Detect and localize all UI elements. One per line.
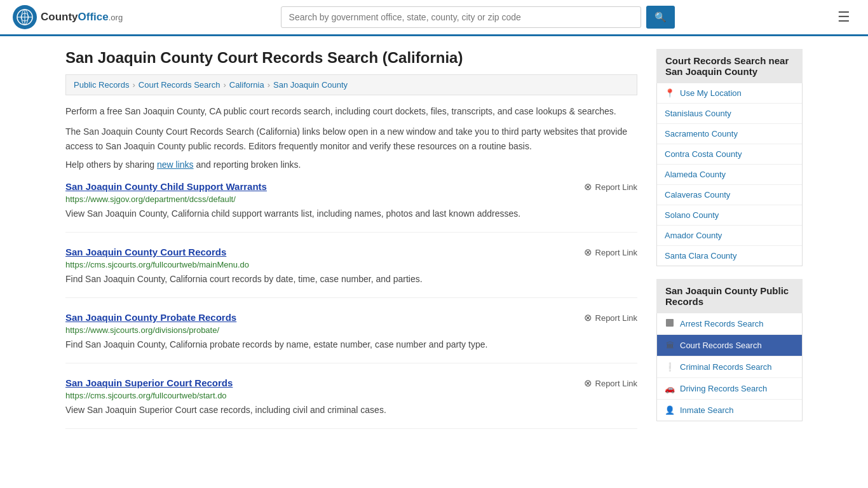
use-location-label: Use My Location — [680, 88, 742, 98]
public-records-header: San Joaquin County Public Records — [656, 279, 803, 313]
solano-item[interactable]: Solano County — [657, 205, 802, 226]
report-icon-2: ⊗ — [584, 312, 592, 323]
search-input[interactable] — [281, 6, 641, 28]
calaveras-item[interactable]: Calaveras County — [657, 185, 802, 205]
breadcrumb-public-records[interactable]: Public Records — [74, 80, 129, 90]
public-records-list: Arrest Records Search 🏛 Court Records Se… — [656, 313, 803, 421]
breadcrumb-san-joaquin[interactable]: San Joaquin County — [273, 80, 348, 90]
nearby-counties-list: 📍 Use My Location Stanislaus County Sacr… — [656, 83, 803, 266]
record-title-row-0: San Joaquin County Child Support Warrant… — [65, 181, 637, 193]
amador-item[interactable]: Amador County — [657, 226, 802, 246]
record-entry-3: San Joaquin Superior Court Records ⊗ Rep… — [65, 377, 637, 429]
inmate-search-item[interactable]: 👤 Inmate Search — [657, 400, 802, 421]
record-title-link-0[interactable]: San Joaquin County Child Support Warrant… — [65, 181, 267, 192]
search-area: 🔍 — [281, 6, 675, 29]
court-icon: 🏛 — [665, 341, 675, 350]
driving-icon: 🚗 — [665, 384, 675, 393]
record-url-0: https://www.sjgov.org/department/dcss/de… — [65, 194, 637, 204]
hamburger-icon: ☰ — [837, 9, 850, 25]
logo[interactable]: CountyOffice.org — [13, 5, 123, 29]
solano-link[interactable]: Solano County — [657, 205, 802, 225]
record-title-row-3: San Joaquin Superior Court Records ⊗ Rep… — [65, 377, 637, 389]
arrest-records-item[interactable]: Arrest Records Search — [657, 313, 802, 335]
breadcrumb: Public Records › Court Records Search › … — [65, 74, 637, 95]
record-title-link-3[interactable]: San Joaquin Superior Court Records — [65, 377, 233, 388]
driving-records-item[interactable]: 🚗 Driving Records Search — [657, 378, 802, 400]
logo-text: CountyOffice.org — [41, 11, 123, 24]
record-desc-3: View San Joaquin Superior Court case rec… — [65, 403, 637, 417]
arrest-records-link[interactable]: Arrest Records Search — [657, 313, 802, 334]
nearby-section: Court Records Search near San Joaquin Co… — [656, 49, 803, 266]
report-label-0: Report Link — [595, 182, 637, 192]
main-wrapper: San Joaquin County Court Records Search … — [53, 36, 815, 456]
record-desc-2: Find San Joaquin County, California prob… — [65, 338, 637, 351]
alameda-link[interactable]: Alameda County — [657, 165, 802, 184]
report-link-btn-1[interactable]: ⊗ Report Link — [584, 247, 637, 258]
record-title-row-1: San Joaquin County Court Records ⊗ Repor… — [65, 247, 637, 258]
breadcrumb-sep-3: › — [268, 80, 270, 90]
report-icon-3: ⊗ — [584, 377, 592, 389]
record-url-2: https://www.sjcourts.org/divisions/proba… — [65, 325, 637, 335]
arrest-icon — [665, 319, 675, 329]
inmate-icon: 👤 — [665, 405, 675, 415]
sharing-after: and reporting broken links. — [194, 159, 301, 170]
report-icon-0: ⊗ — [584, 181, 592, 193]
contra-costa-link[interactable]: Contra Costa County — [657, 144, 802, 164]
new-links-link[interactable]: new links — [157, 159, 194, 170]
breadcrumb-california[interactable]: California — [229, 80, 264, 90]
report-link-btn-2[interactable]: ⊗ Report Link — [584, 312, 637, 323]
driving-records-link[interactable]: 🚗 Driving Records Search — [657, 378, 802, 399]
calaveras-link[interactable]: Calaveras County — [657, 185, 802, 205]
santa-clara-link[interactable]: Santa Clara County — [657, 246, 802, 266]
site-header: CountyOffice.org 🔍 ☰ — [0, 0, 868, 36]
report-label-1: Report Link — [595, 248, 637, 257]
report-label-3: Report Link — [595, 379, 637, 388]
report-link-btn-0[interactable]: ⊗ Report Link — [584, 181, 637, 193]
record-desc-1: Find San Joaquin County, California cour… — [65, 273, 637, 286]
menu-button[interactable]: ☰ — [832, 6, 855, 28]
sacramento-link[interactable]: Sacramento County — [657, 124, 802, 144]
record-entry-0: San Joaquin County Child Support Warrant… — [65, 181, 637, 233]
record-title-link-1[interactable]: San Joaquin County Court Records — [65, 247, 226, 257]
report-link-btn-3[interactable]: ⊗ Report Link — [584, 377, 637, 389]
stanislaus-link[interactable]: Stanislaus County — [657, 104, 802, 123]
sharing-text: Help others by sharing new links and rep… — [65, 159, 637, 170]
breadcrumb-court-records[interactable]: Court Records Search — [139, 80, 220, 90]
santa-clara-item[interactable]: Santa Clara County — [657, 246, 802, 266]
inmate-search-link[interactable]: 👤 Inmate Search — [657, 400, 802, 421]
sharing-before: Help others by sharing — [65, 159, 157, 170]
record-desc-0: View San Joaquin County, California chil… — [65, 207, 637, 220]
amador-link[interactable]: Amador County — [657, 226, 802, 245]
alameda-item[interactable]: Alameda County — [657, 165, 802, 185]
nearby-header: Court Records Search near San Joaquin Co… — [656, 49, 803, 83]
record-entry-1: San Joaquin County Court Records ⊗ Repor… — [65, 247, 637, 298]
report-label-2: Report Link — [595, 313, 637, 323]
sidebar: Court Records Search near San Joaquin Co… — [656, 49, 803, 443]
report-icon-1: ⊗ — [584, 247, 592, 258]
court-records-link[interactable]: 🏛 Court Records Search — [657, 335, 802, 356]
criminal-icon: ❕ — [665, 362, 675, 372]
public-records-section: San Joaquin County Public Records Arrest… — [656, 279, 803, 421]
criminal-records-item[interactable]: ❕ Criminal Records Search — [657, 356, 802, 378]
breadcrumb-sep-1: › — [132, 80, 135, 90]
record-url-1: https://cms.sjcourts.org/fullcourtweb/ma… — [65, 260, 637, 269]
page-title: San Joaquin County Court Records Search … — [65, 49, 637, 67]
sacramento-item[interactable]: Sacramento County — [657, 124, 802, 144]
breadcrumb-sep-2: › — [223, 80, 226, 90]
criminal-records-link[interactable]: ❕ Criminal Records Search — [657, 356, 802, 377]
records-list: San Joaquin County Child Support Warrant… — [65, 181, 637, 429]
logo-icon — [13, 5, 37, 29]
record-url-3: https://cms.sjcourts.org/fullcourtweb/st… — [65, 391, 637, 400]
search-button[interactable]: 🔍 — [646, 6, 675, 29]
use-location-item[interactable]: 📍 Use My Location — [657, 83, 802, 104]
record-title-row-2: San Joaquin County Probate Records ⊗ Rep… — [65, 312, 637, 323]
location-pin-icon: 📍 — [665, 88, 675, 98]
intro-text-2: The San Joaquin County Court Records Sea… — [65, 125, 637, 153]
court-records-item[interactable]: 🏛 Court Records Search — [657, 335, 802, 356]
intro-text-1: Perform a free San Joaquin County, CA pu… — [65, 104, 637, 118]
search-icon: 🔍 — [654, 11, 667, 22]
contra-costa-item[interactable]: Contra Costa County — [657, 144, 802, 165]
stanislaus-item[interactable]: Stanislaus County — [657, 104, 802, 124]
record-title-link-2[interactable]: San Joaquin County Probate Records — [65, 312, 236, 323]
record-entry-2: San Joaquin County Probate Records ⊗ Rep… — [65, 312, 637, 363]
